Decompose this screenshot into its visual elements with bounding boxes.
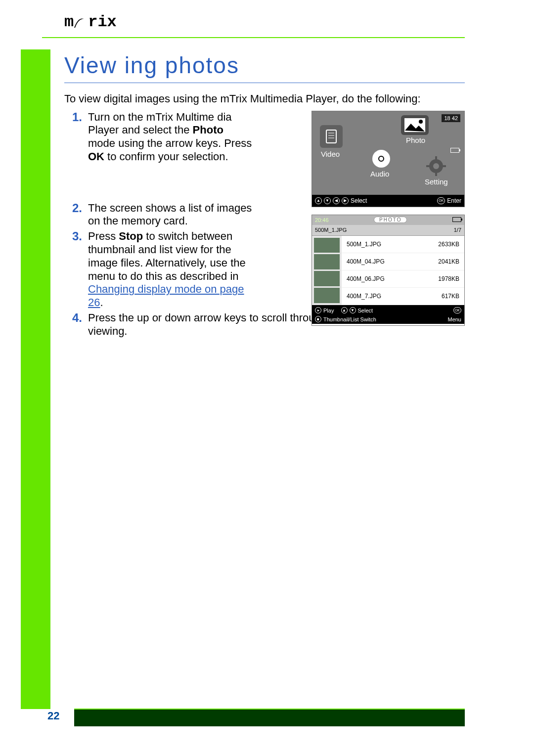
down-icon: ▼ [324, 197, 331, 204]
file-row: 400M_04.JPG2041KB [342, 253, 464, 270]
intro-text: To view digital images using the mTrix M… [64, 92, 465, 106]
ok-icon: OK [453, 307, 461, 313]
audio-label: Audio [370, 170, 389, 178]
thumbnail-strip [312, 236, 342, 305]
up-icon: ▲ [341, 307, 348, 313]
svg-rect-0 [326, 130, 336, 143]
device-list-screenshot: 20:46 PHOTO 500M_1.JPG 1/7 [312, 215, 465, 326]
svg-point-7 [433, 163, 439, 169]
thumbnail [314, 288, 340, 303]
clock-label: 20:46 [315, 217, 329, 223]
thumbnail [314, 254, 340, 269]
thumbnail [314, 271, 340, 286]
svg-rect-11 [442, 165, 446, 167]
page-title: View ing photos [64, 52, 465, 83]
svg-rect-9 [435, 172, 437, 176]
stop-icon: ■ [315, 316, 321, 322]
photo-label: Photo [406, 136, 425, 144]
step-3: 3. Press Stop to switch between thumbnai… [64, 230, 252, 310]
menu-hint-bar: ▲ ▼ ◀ ▶ Select OK Enter [312, 195, 464, 207]
device-menu-screenshot: 18 42 Video Photo Audio Setting [312, 111, 465, 207]
file-row: 400M_7.JPG617KB [342, 288, 464, 305]
photo-icon [401, 115, 429, 135]
counter-label: 1/7 [454, 227, 461, 233]
list-hint-bar: ▸Play ▲▼Select OK ■Thumbnail/List Switch… [312, 305, 464, 324]
list-topbar: 20:46 PHOTO [312, 215, 464, 225]
steps-wrap: 1. Turn on the mTrix Multime dia Player … [64, 111, 465, 338]
step-1: 1. Turn on the mTrix Multime dia Player … [64, 111, 252, 200]
svg-rect-10 [426, 165, 430, 167]
thumbnail [314, 238, 340, 253]
video-icon [320, 125, 343, 148]
list-body: 500M_1.JPG2633KB 400M_04.JPG2041KB 400M_… [312, 236, 464, 305]
settings-gear-icon [425, 155, 447, 178]
current-file-label: 500M_1.JPG [315, 227, 347, 233]
file-row: 400M_06.JPG1978KB [342, 270, 464, 288]
page-number: 22 [47, 710, 59, 722]
left-nav-icon: ◀ [333, 197, 340, 204]
battery-icon [452, 217, 461, 223]
logo-swoosh-icon [73, 16, 88, 29]
brand-logo: mrix [64, 13, 117, 31]
play-pause-icon: ▸ [315, 307, 321, 313]
footer-bar [74, 709, 465, 726]
ok-icon: OK [437, 197, 445, 204]
list-header: 500M_1.JPG 1/7 [312, 225, 464, 236]
down-icon: ▼ [350, 307, 356, 313]
content-area: View ing photos To view digital images u… [64, 52, 465, 692]
video-label: Video [321, 150, 340, 158]
clock-label: 18 42 [442, 114, 460, 122]
mode-tag: PHOTO [374, 217, 407, 223]
changing-display-mode-link[interactable]: Changing display mode on page 26 [88, 283, 244, 309]
svg-rect-8 [435, 156, 437, 160]
file-row: 500M_1.JPG2633KB [342, 236, 464, 253]
step-2: 2. The screen shows a list of images on … [64, 202, 252, 228]
svg-point-5 [419, 120, 423, 124]
right-nav-icon: ▶ [342, 197, 349, 204]
up-icon: ▲ [315, 197, 322, 204]
header-rule [42, 37, 465, 38]
green-sidebar [21, 49, 50, 709]
battery-icon [450, 147, 459, 154]
setting-label: Setting [425, 178, 448, 186]
manual-page: mrix View ing photos To view digital ima… [0, 0, 534, 756]
record-icon [372, 150, 390, 168]
file-rows: 500M_1.JPG2633KB 400M_04.JPG2041KB 400M_… [342, 236, 464, 305]
